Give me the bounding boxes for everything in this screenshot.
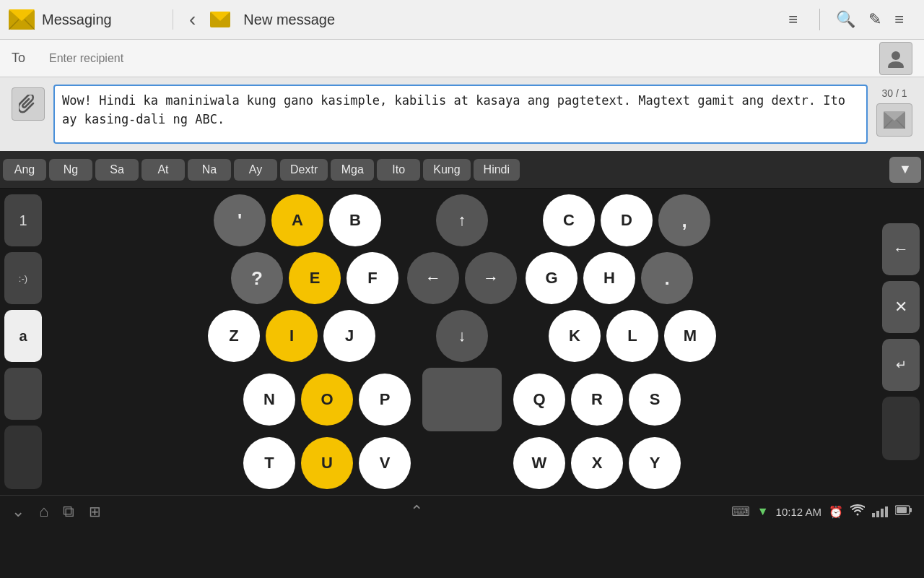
windows-icon[interactable]: ⧉ bbox=[63, 502, 74, 521]
overflow-menu-left-icon[interactable]: ≡ bbox=[788, 10, 798, 29]
key-comma[interactable]: , bbox=[658, 194, 710, 246]
suggestion-word-kung[interactable]: Kung bbox=[423, 159, 470, 181]
key-M[interactable]: M bbox=[664, 310, 716, 362]
home-icon[interactable]: ⌂ bbox=[39, 502, 48, 521]
key-Z[interactable]: Z bbox=[208, 310, 260, 362]
key-arrow-down[interactable]: ↓ bbox=[436, 310, 488, 362]
key-V[interactable]: V bbox=[359, 437, 411, 489]
key-apostrophe[interactable]: ' bbox=[214, 194, 266, 246]
key-question[interactable]: ? bbox=[231, 252, 283, 304]
keyboard: 1 :-) a ' A B ↑ C D , ? E F ← bbox=[0, 189, 924, 495]
suggestions-bar: AngNgSaAtNaAyDextrMgaItoKungHindi▼ bbox=[0, 151, 924, 189]
keyboard-row-3: Z I J ↓ K L M bbox=[45, 310, 879, 362]
key-Y[interactable]: Y bbox=[629, 437, 681, 489]
key-H[interactable]: H bbox=[583, 252, 635, 304]
keyboard-left-edge: 1 :-) a bbox=[1, 194, 45, 489]
search-icon[interactable]: 🔍 bbox=[836, 10, 855, 29]
suggestion-word-na[interactable]: Na bbox=[188, 159, 231, 181]
key-arrow-left[interactable]: ← bbox=[407, 252, 459, 304]
recipient-input[interactable] bbox=[49, 45, 871, 72]
app-title-area: Messaging bbox=[0, 9, 173, 30]
time-display: 10:12 AM bbox=[776, 506, 821, 518]
key-K[interactable]: K bbox=[549, 310, 601, 362]
shift-left-key[interactable] bbox=[4, 368, 42, 420]
bottom-right-key[interactable] bbox=[882, 397, 920, 460]
alarm-icon: ⏰ bbox=[829, 505, 843, 519]
key-W[interactable]: W bbox=[513, 437, 565, 489]
key-F[interactable]: F bbox=[346, 252, 398, 304]
keyboard-row-4: N O P Q R S bbox=[45, 368, 879, 431]
send-icon bbox=[884, 111, 905, 129]
key-period[interactable]: . bbox=[641, 252, 693, 304]
svg-rect-13 bbox=[910, 508, 912, 512]
suggestion-word-ng[interactable]: Ng bbox=[49, 159, 92, 181]
delete-key[interactable]: ✕ bbox=[882, 281, 920, 333]
suggestion-word-ay[interactable]: Ay bbox=[234, 159, 277, 181]
emoticon-key[interactable]: :-) bbox=[4, 252, 42, 304]
key-T[interactable]: T bbox=[243, 437, 295, 489]
key-O[interactable]: O bbox=[301, 374, 353, 426]
key-C[interactable]: C bbox=[543, 194, 595, 246]
compose-header: ‹ New message ≡ 🔍 ✎ ≡ bbox=[173, 5, 924, 34]
suggestion-word-mga[interactable]: Mga bbox=[331, 159, 374, 181]
suggestion-word-dextr[interactable]: Dextr bbox=[280, 159, 328, 181]
key-X[interactable]: X bbox=[571, 437, 623, 489]
key-arrow-right[interactable]: → bbox=[465, 252, 517, 304]
key-J[interactable]: J bbox=[323, 310, 375, 362]
overflow-menu-right-icon[interactable]: ≡ bbox=[894, 10, 904, 29]
enter-key[interactable]: ↵ bbox=[882, 339, 920, 391]
key-P[interactable]: P bbox=[359, 374, 411, 426]
backspace-right-key[interactable]: ← bbox=[882, 223, 920, 275]
key-G[interactable]: G bbox=[526, 252, 578, 304]
up-icon[interactable]: ⌃ bbox=[410, 502, 423, 521]
send-button[interactable] bbox=[876, 103, 912, 137]
key-arrow-up[interactable]: ↑ bbox=[436, 194, 488, 246]
to-row: To bbox=[0, 40, 924, 77]
key-D[interactable]: D bbox=[601, 194, 653, 246]
message-row: Wow! Hindi ka maniniwala kung gano kasim… bbox=[0, 77, 924, 151]
key-S[interactable]: S bbox=[629, 374, 681, 426]
back-button[interactable]: ‹ bbox=[182, 5, 203, 34]
key-R[interactable]: R bbox=[571, 374, 623, 426]
key-A[interactable]: A bbox=[271, 194, 323, 246]
key-I[interactable]: I bbox=[266, 310, 318, 362]
edit-icon[interactable]: ✎ bbox=[868, 10, 881, 29]
message-input[interactable]: Wow! Hindi ka maniniwala kung gano kasim… bbox=[53, 85, 868, 144]
contact-button[interactable] bbox=[879, 42, 912, 75]
contact-icon bbox=[886, 49, 905, 68]
app-title: Messaging bbox=[42, 12, 112, 28]
svg-rect-14 bbox=[897, 507, 907, 513]
key-Q[interactable]: Q bbox=[513, 374, 565, 426]
signal-bars bbox=[872, 506, 888, 517]
compose-area: To Wow! Hindi ka maniniwala kung gano ka… bbox=[0, 40, 924, 151]
hide-suggestions-button[interactable]: ▼ bbox=[889, 157, 921, 183]
bottom-left-key[interactable] bbox=[4, 426, 42, 489]
svg-point-6 bbox=[892, 51, 900, 60]
status-bar: ⌄ ⌂ ⧉ ⊞ ⌃ ⌨ ▼ 10:12 AM ⏰ bbox=[0, 495, 924, 527]
suggestion-word-ito[interactable]: Ito bbox=[377, 159, 420, 181]
keyboard-row-2: ? E F ← → G H . bbox=[45, 252, 879, 304]
svg-point-7 bbox=[888, 61, 904, 68]
suggestion-word-sa[interactable]: Sa bbox=[95, 159, 139, 181]
keyboard-icon: ⌨ bbox=[731, 504, 750, 519]
keyboard-right-edge: ← ✕ ↵ bbox=[879, 194, 923, 489]
keyboard-row-5: T U V W X Y bbox=[45, 437, 879, 489]
grid-icon[interactable]: ⊞ bbox=[89, 503, 101, 520]
number-key[interactable]: 1 bbox=[4, 194, 42, 246]
chevron-down-icon[interactable]: ⌄ bbox=[12, 502, 25, 521]
suggestion-word-at[interactable]: At bbox=[141, 159, 185, 181]
suggestion-word-ang[interactable]: Ang bbox=[3, 159, 46, 181]
key-L[interactable]: L bbox=[606, 310, 658, 362]
key-U[interactable]: U bbox=[301, 437, 353, 489]
key-N[interactable]: N bbox=[243, 374, 295, 426]
new-message-title: New message bbox=[237, 12, 770, 28]
key-space[interactable] bbox=[422, 368, 502, 431]
alpha-key[interactable]: a bbox=[4, 310, 42, 362]
app-icon bbox=[9, 9, 35, 30]
char-count: 30 / 1 bbox=[881, 87, 907, 99]
key-E[interactable]: E bbox=[289, 252, 341, 304]
key-B[interactable]: B bbox=[329, 194, 381, 246]
attach-button[interactable] bbox=[12, 87, 45, 121]
status-left: ⌄ ⌂ ⧉ ⊞ bbox=[12, 502, 101, 521]
suggestion-word-hindi[interactable]: Hindi bbox=[474, 159, 520, 181]
